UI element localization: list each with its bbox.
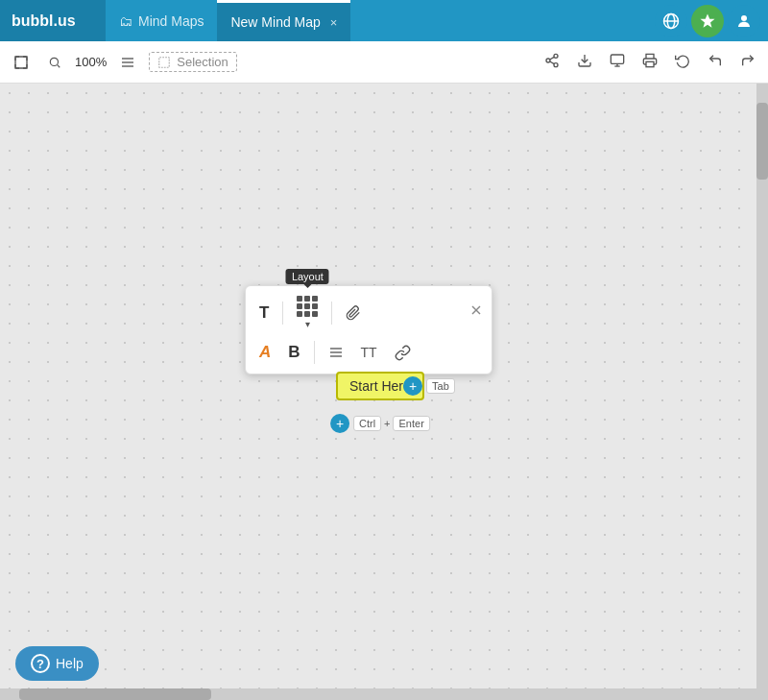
svg-rect-21	[646, 61, 654, 66]
ft-divider-2	[331, 302, 332, 325]
node-add-bottom: + Ctrl + Enter	[330, 414, 430, 433]
svg-rect-5	[15, 57, 27, 68]
print-button[interactable]	[637, 50, 662, 75]
tab-new-mind-map-label: New Mind Map	[230, 14, 320, 30]
ft-layout-button[interactable]: ▾	[291, 294, 324, 331]
scrollbar-right[interactable]	[756, 84, 768, 700]
layout-tooltip-label: Layout	[286, 269, 329, 284]
fit-screen-button[interactable]	[8, 51, 35, 74]
globe-button[interactable]	[655, 5, 687, 37]
zoom-level: 100%	[75, 55, 107, 69]
svg-line-7	[58, 64, 60, 67]
scrollbar-thumb[interactable]	[756, 103, 768, 180]
grid-icon	[297, 296, 318, 317]
tab-bar: bubbl.us 🗂 Mind Maps New Mind Map ×	[0, 0, 768, 41]
selection-tool[interactable]: Selection	[149, 52, 236, 72]
toolbar-right	[540, 50, 760, 75]
svg-rect-18	[611, 55, 623, 63]
svg-point-13	[546, 59, 550, 62]
tab-mind-maps-label: Mind Maps	[138, 13, 204, 29]
node-add-right: + Tab	[403, 376, 455, 396]
tab-close-icon[interactable]: ×	[330, 15, 338, 30]
ctrl-key-badge: Ctrl	[353, 416, 381, 431]
tab-new-mind-map[interactable]: New Mind Map ×	[217, 0, 350, 41]
ft-bold-button[interactable]: B	[282, 339, 305, 366]
scrollbar-bottom-thumb[interactable]	[19, 688, 211, 700]
star-button[interactable]	[691, 5, 724, 37]
tab-mind-maps[interactable]: 🗂 Mind Maps	[106, 0, 217, 41]
ft-link-button[interactable]	[389, 341, 417, 365]
ft-align-button[interactable]	[323, 342, 349, 363]
help-icon: ?	[31, 654, 50, 673]
redo-button[interactable]	[735, 50, 760, 75]
svg-marker-3	[701, 13, 715, 27]
download-button[interactable]	[572, 50, 597, 75]
toolbar: 100% Selection	[0, 41, 768, 84]
share-button[interactable]	[540, 50, 564, 75]
svg-line-16	[550, 57, 555, 60]
fullscreen-button[interactable]	[605, 50, 630, 75]
help-label: Help	[56, 656, 84, 671]
ft-divider-1	[282, 302, 283, 325]
chevron-down-icon: ▾	[305, 319, 310, 329]
node-add-right-key: Tab	[426, 378, 455, 394]
ft-close-button[interactable]	[468, 302, 484, 323]
svg-rect-11	[159, 57, 170, 67]
ft-text-button[interactable]: T	[253, 300, 275, 326]
svg-line-15	[550, 61, 555, 64]
svg-point-14	[554, 62, 558, 66]
layout-tool-container: Layout ▾	[291, 294, 324, 331]
tab-right-icons	[655, 0, 768, 41]
plus-symbol: +	[384, 418, 390, 429]
app-logo: bubbl.us	[0, 0, 106, 41]
node-add-right-button[interactable]: +	[403, 376, 422, 396]
history-button[interactable]	[670, 50, 695, 75]
scrollbar-bottom[interactable]	[0, 688, 756, 700]
svg-point-4	[741, 15, 747, 21]
ft-attach-button[interactable]	[340, 300, 367, 326]
logo-text: bubbl.us	[12, 12, 76, 30]
menu-button[interactable]	[114, 51, 141, 74]
svg-point-12	[554, 54, 558, 58]
node-add-bottom-button[interactable]: +	[330, 414, 349, 433]
user-button[interactable]	[728, 5, 760, 37]
floating-toolbar: T Layout ▾	[245, 285, 492, 374]
help-button[interactable]: ? Help	[15, 646, 99, 681]
enter-key-badge: Enter	[394, 416, 430, 431]
ft-divider-3	[314, 341, 315, 364]
zoom-button[interactable]	[42, 52, 67, 73]
ft-italic-button[interactable]: A	[253, 339, 276, 366]
undo-button[interactable]	[703, 50, 728, 75]
selection-label: Selection	[177, 55, 228, 69]
node-add-bottom-keys: Ctrl + Enter	[353, 416, 430, 431]
canvas-area[interactable]: T Layout ▾	[0, 84, 768, 700]
ft-format-button[interactable]: TT	[355, 341, 383, 364]
mind-map-node[interactable]: Start Here + Tab + Ctrl + Enter	[336, 372, 424, 400]
svg-point-6	[50, 58, 58, 65]
